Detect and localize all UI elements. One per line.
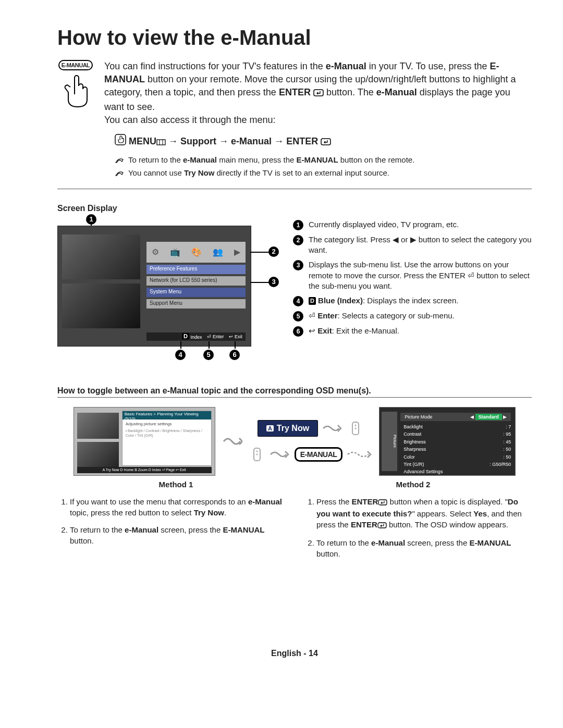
svg-rect-0 — [314, 90, 323, 96]
enter-icon — [313, 87, 324, 100]
try-now-button[interactable]: A Try Now — [258, 420, 318, 437]
tv-menu-preference: Preference Features — [146, 265, 246, 274]
page-number: English - 14 — [57, 649, 532, 658]
callout-2: 2 — [268, 246, 279, 257]
method2-label: Method 2 — [295, 480, 532, 489]
note-1: To return to the e-Manual main menu, pre… — [115, 155, 532, 165]
legend-item: 6↩ Exit: Exit the e-Manual. — [293, 326, 532, 337]
callout-1: 1 — [86, 214, 96, 225]
intro-paragraph: You can find instructions for your TV's … — [104, 60, 532, 127]
wiggle-arrow-icon — [270, 448, 290, 461]
svg-point-10 — [256, 450, 258, 452]
enter-icon — [378, 497, 387, 508]
method2-settings-list: Backlight: 7 Contrast: 95 Brightness: 45… — [403, 423, 511, 476]
tv-menu-system: System Menu — [146, 288, 246, 297]
method1-steps: If you want to use the menu that corresp… — [57, 496, 285, 565]
tv-category-row: ⚙📺🎨👥▶ — [146, 242, 246, 263]
tv-video-area-2 — [62, 283, 140, 328]
svg-rect-13 — [378, 523, 386, 528]
page-title: How to view the e-Manual — [57, 26, 532, 50]
toggle-heading: How to toggle between an e-Manual topic … — [57, 386, 532, 398]
legend-item: 5⏎ Enter: Selects a category or sub-menu… — [293, 311, 532, 322]
menu-icon — [156, 137, 166, 148]
note-icon — [115, 156, 124, 165]
wiggle-arrow-icon — [222, 431, 242, 452]
svg-rect-2 — [157, 140, 165, 145]
tv-menu-network: Network (for LCD 550 series) — [146, 276, 246, 286]
callout-6: 6 — [229, 350, 240, 360]
enter-icon — [377, 520, 387, 531]
callout-5: 5 — [203, 350, 214, 360]
remote-icon — [347, 420, 364, 437]
legend-item: 4D Blue (Index): Displays the index scre… — [293, 295, 532, 306]
svg-point-11 — [256, 453, 258, 455]
legend-item: 2The category list. Press ◀ or ▶ button … — [293, 235, 532, 256]
tv-screenshot: ⚙📺🎨👥▶ Preference Features Network (for L… — [57, 226, 251, 347]
menu-path: MENU → Support → e-Manual → ENTER — [115, 134, 532, 148]
tv-menu-support: Support Menu — [146, 299, 246, 309]
wiggle-arrow-icon — [322, 422, 343, 435]
tv-footer-bar: D Index ⏎ Enter ↩ Exit — [146, 332, 246, 341]
legend-item: 1Currently displayed video, TV program, … — [293, 219, 532, 230]
emanual-button[interactable]: E-MANUAL — [295, 447, 343, 462]
wiggle-arrow-icon — [347, 448, 373, 461]
note-2: You cannot use Try Now directly if the T… — [115, 168, 532, 178]
svg-rect-12 — [378, 500, 387, 505]
hand-point-icon — [115, 134, 126, 148]
svg-point-7 — [355, 424, 357, 426]
method2-screenshot: Picture Picture Mode ◀ Standard ▶ Backli… — [379, 407, 516, 476]
screen-display-heading: Screen Display — [57, 204, 532, 213]
method2-steps: Press the ENTER button when a topic is d… — [304, 496, 532, 565]
legend-item: 3Displays the sub-menu list. Use the arr… — [293, 260, 532, 291]
method1-label: Method 1 — [57, 480, 295, 489]
method1-screenshot: Basic Features > Planning Your Viewing (… — [74, 407, 215, 476]
svg-point-8 — [355, 427, 357, 429]
legend-list: 1Currently displayed video, TV program, … — [293, 219, 532, 341]
remote-icon — [249, 446, 265, 463]
svg-rect-5 — [321, 139, 331, 145]
callout-3: 3 — [268, 277, 279, 287]
callout-4: 4 — [175, 350, 186, 360]
hand-icon — [61, 73, 90, 111]
note-icon — [115, 169, 124, 178]
enter-icon — [321, 137, 331, 148]
emanual-button-label: E-MANUAL — [58, 60, 93, 70]
divider — [57, 189, 532, 189]
emanual-remote-icon: E-MANUAL — [57, 60, 94, 127]
tv-video-area — [62, 235, 140, 279]
